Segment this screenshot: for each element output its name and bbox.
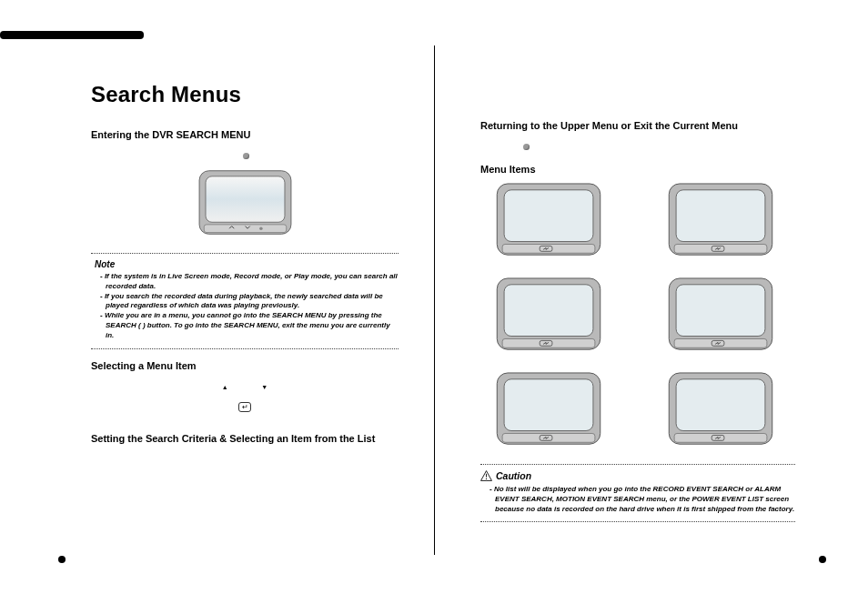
svg-rect-5: [504, 190, 593, 242]
svg-rect-14: [502, 338, 595, 347]
svg-rect-18: [674, 338, 767, 347]
svg-point-29: [486, 478, 487, 479]
dot-icon: [243, 153, 249, 159]
heading-criteria: Setting the Search Criteria & Selecting …: [91, 433, 399, 444]
right-column: Returning to the Upper Menu or Exit the …: [453, 55, 868, 564]
svg-rect-1: [206, 176, 285, 222]
crt-monitor-icon: [667, 182, 774, 264]
crt-monitor-icon: [495, 182, 602, 264]
svg-rect-9: [676, 190, 765, 242]
page-columns: Search Menus Entering the DVR SEARCH MEN…: [0, 55, 868, 564]
crt-monitor-icon: [495, 277, 602, 358]
crt-monitor-icon: [667, 371, 774, 453]
note-label: Note: [95, 259, 399, 269]
dot-icon: [523, 144, 530, 150]
svg-rect-21: [504, 379, 593, 431]
caution-item: No list will be displayed when you go in…: [495, 485, 795, 514]
svg-rect-2: [204, 225, 286, 233]
dotted-separator: [480, 464, 795, 465]
warning-triangle-icon: [480, 470, 492, 481]
heading-menu-items: Menu Items: [480, 164, 795, 175]
svg-rect-6: [502, 244, 595, 253]
crt-monitor-icon: [197, 169, 293, 242]
arrow-up-icon: ▲: [207, 384, 243, 390]
note-item: While you are in a menu, you cannot go i…: [106, 311, 399, 340]
dotted-separator: [91, 253, 399, 254]
arrow-down-icon: ▼: [247, 384, 282, 390]
note-list: If the system is in Live Screen mode, Re…: [106, 272, 399, 341]
tv-illustration-single: [91, 169, 399, 246]
page-dot-right: [819, 556, 826, 563]
dotted-separator: [480, 521, 795, 522]
menu-items-grid: [495, 182, 795, 453]
left-column: Search Menus Entering the DVR SEARCH MEN…: [0, 55, 453, 564]
svg-rect-17: [676, 285, 765, 337]
dotted-separator: [91, 348, 399, 349]
note-item: If you search the recorded data during p…: [106, 292, 399, 312]
caution-row: Caution: [480, 470, 795, 481]
svg-rect-25: [676, 379, 765, 431]
svg-point-3: [259, 227, 262, 229]
page-title: Search Menus: [91, 82, 399, 107]
heading-entering: Entering the DVR SEARCH MENU: [91, 129, 399, 140]
svg-rect-22: [502, 433, 595, 442]
page-accent-bar: [0, 31, 144, 39]
note-item: If the system is in Live Screen mode, Re…: [106, 272, 399, 292]
crt-monitor-icon: [495, 371, 602, 453]
caution-list: No list will be displayed when you go in…: [495, 485, 795, 514]
page-dot-left: [58, 556, 66, 563]
svg-rect-26: [674, 433, 767, 442]
heading-returning: Returning to the Upper Menu or Exit the …: [480, 120, 795, 131]
caution-label: Caution: [496, 470, 531, 481]
crt-monitor-icon: [667, 277, 774, 358]
heading-selecting: Selecting a Menu Item: [91, 360, 399, 371]
svg-rect-13: [504, 285, 593, 337]
enter-key-icon: ↵: [238, 402, 251, 412]
svg-rect-10: [674, 244, 767, 253]
